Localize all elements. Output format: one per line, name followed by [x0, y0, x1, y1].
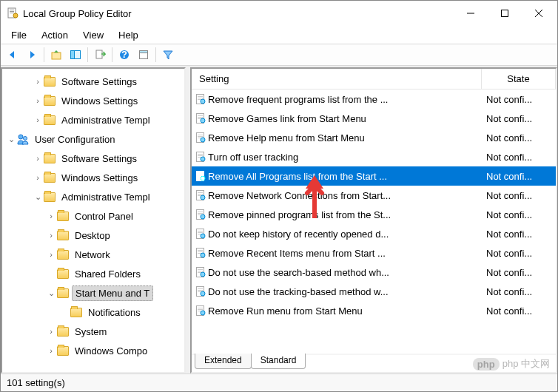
filter-button[interactable] [159, 46, 177, 64]
list-row[interactable]: Remove All Programs list from the Start … [192, 166, 556, 186]
list-row[interactable]: Do not keep history of recently opened d… [192, 224, 556, 243]
list-pane: Setting State Remove frequent programs l… [190, 67, 557, 374]
expander-icon[interactable]: ⌄ [45, 288, 57, 298]
svg-rect-11 [71, 51, 75, 59]
cell-state: Not confi... [482, 94, 556, 105]
folder-icon [57, 229, 69, 241]
expander-icon[interactable]: › [45, 212, 57, 220]
list-body[interactable]: Remove frequent programs list from the .… [192, 89, 556, 353]
tree-node[interactable]: ›Windows Settings [2, 91, 184, 110]
column-header-state[interactable]: State [482, 69, 556, 89]
tree-node[interactable]: Shared Folders [2, 264, 184, 283]
maximize-button[interactable] [488, 2, 522, 24]
minimize-button[interactable] [454, 2, 488, 24]
folder-icon [57, 325, 69, 337]
tab-standard[interactable]: Standard [251, 354, 306, 369]
forward-button[interactable] [23, 46, 41, 64]
content-area: ›Software Settings›Windows Settings›Admi… [1, 66, 557, 374]
svg-rect-56 [198, 232, 203, 233]
tree-node[interactable]: ›Software Settings [2, 72, 184, 91]
tab-extended[interactable]: Extended [195, 354, 252, 369]
expander-icon[interactable]: › [45, 346, 57, 355]
expander-icon[interactable]: › [32, 115, 44, 124]
tree-node[interactable]: ⌄Administrative Templ [2, 187, 184, 206]
list-row[interactable]: Remove Games link from Start MenuNot con… [192, 109, 556, 128]
policy-icon [192, 267, 206, 277]
svg-rect-3 [10, 13, 14, 13]
svg-rect-9 [52, 53, 61, 59]
cell-state: Not confi... [482, 113, 556, 124]
tree-node-label: Windows Settings [58, 94, 141, 108]
tree-node[interactable]: ›Windows Settings [2, 168, 184, 187]
app-icon [7, 7, 19, 19]
close-button[interactable] [522, 2, 556, 24]
export-button[interactable] [91, 46, 109, 64]
tree-node[interactable]: ›Windows Compo [2, 341, 184, 360]
svg-rect-55 [198, 231, 203, 232]
expander-icon[interactable]: › [32, 173, 44, 182]
policy-icon [192, 190, 206, 200]
tree-node[interactable]: Notifications [2, 303, 184, 322]
tree-node[interactable]: ›Desktop [2, 226, 184, 245]
expander-icon[interactable]: ⌄ [32, 192, 44, 202]
expander-icon[interactable]: › [45, 231, 57, 240]
expander-icon[interactable]: › [32, 96, 44, 105]
tree-node[interactable]: ⌄User Configuration [2, 129, 184, 149]
expander-icon[interactable]: ⌄ [5, 135, 17, 144]
list-row[interactable]: Remove frequent programs list from the .… [192, 89, 556, 109]
list-row[interactable]: Do not use the search-based method wh...… [192, 263, 556, 282]
expander-icon[interactable]: › [32, 77, 44, 86]
cell-setting: Remove pinned programs list from the St.… [206, 209, 482, 220]
tree-node-label: Software Settings [58, 152, 140, 166]
svg-rect-50 [198, 212, 203, 212]
list-row[interactable]: Turn off user trackingNot confi... [192, 147, 556, 166]
list-row[interactable]: Remove Run menu from Start MenuNot confi… [192, 301, 556, 320]
folder-icon [44, 191, 56, 203]
list-row[interactable]: Remove Help menu from Start MenuNot conf… [192, 128, 556, 147]
cell-state: Not confi... [482, 171, 556, 182]
tree-node[interactable]: ›System [2, 322, 184, 341]
tree-node[interactable]: ⌄Start Menu and T [2, 283, 184, 303]
list-row[interactable]: Remove Recent Items menu from Start ...N… [192, 243, 556, 263]
menu-action[interactable]: Action [34, 28, 75, 42]
up-button[interactable] [47, 46, 65, 64]
tree-pane[interactable]: ›Software Settings›Windows Settings›Admi… [1, 67, 186, 374]
expander-icon[interactable]: › [45, 250, 57, 259]
separator [44, 47, 44, 62]
expander-icon[interactable]: › [32, 154, 44, 163]
svg-point-43 [201, 176, 205, 180]
column-header-setting[interactable]: Setting [192, 69, 482, 89]
svg-point-58 [201, 234, 205, 238]
tree-node[interactable]: ›Administrative Templ [2, 110, 184, 129]
watermark: php php 中文网 [473, 357, 550, 371]
expander-icon[interactable]: › [45, 327, 57, 336]
back-button[interactable] [4, 46, 21, 64]
cell-state: Not confi... [482, 248, 556, 259]
svg-rect-16 [140, 51, 148, 53]
svg-rect-20 [198, 96, 203, 97]
svg-rect-70 [198, 288, 203, 289]
svg-rect-35 [198, 154, 203, 155]
menu-file[interactable]: File [4, 28, 34, 42]
separator [155, 47, 156, 62]
svg-point-73 [201, 291, 205, 296]
tree-node-label: User Configuration [32, 132, 118, 146]
svg-point-18 [24, 137, 27, 141]
cell-state: Not confi... [482, 267, 556, 278]
list-row[interactable]: Remove pinned programs list from the St.… [192, 205, 556, 224]
svg-rect-41 [198, 175, 203, 175]
show-hide-tree-button[interactable] [67, 46, 84, 64]
folder-icon [44, 172, 56, 183]
folder-icon [44, 75, 56, 87]
tree-node-label: Administrative Templ [58, 190, 153, 204]
help-button[interactable]: ? [115, 46, 133, 64]
list-row[interactable]: Do not use the tracking-based method w..… [192, 282, 556, 301]
properties-button[interactable] [135, 46, 152, 64]
tree-node[interactable]: ›Control Panel [2, 206, 184, 226]
cell-setting: Remove Run menu from Start Menu [206, 305, 482, 317]
tree-node[interactable]: ›Software Settings [2, 149, 184, 168]
menu-view[interactable]: View [75, 28, 111, 42]
menu-help[interactable]: Help [111, 28, 146, 42]
tree-node[interactable]: ›Network [2, 245, 184, 264]
list-row[interactable]: Remove Network Connections from Start...… [192, 186, 556, 205]
